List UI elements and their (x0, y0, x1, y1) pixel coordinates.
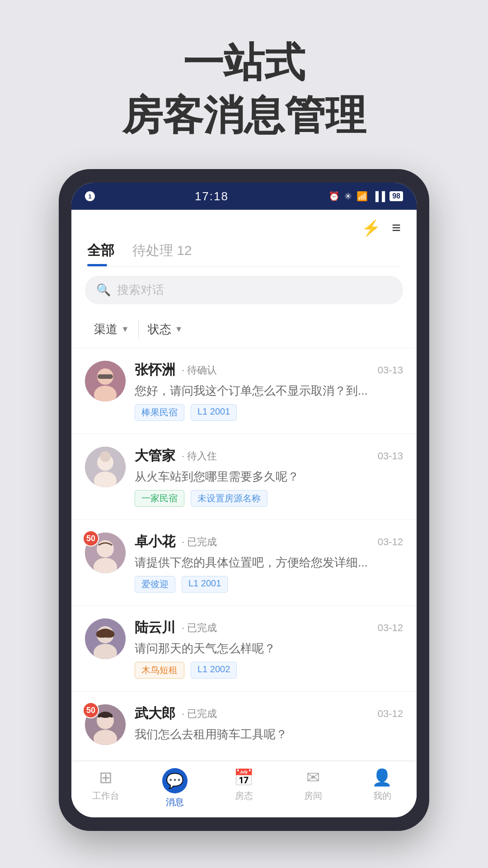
channel-filter-arrow: ▼ (121, 325, 129, 334)
list-item[interactable]: 陆云川 · 已完成 03-12 请问那天的天气怎么样呢？ 木鸟短租 L1 200… (71, 606, 417, 692)
list-item[interactable]: 大管家 · 待入住 03-13 从火车站到您哪里需要多久呢？ 一家民宿 未设置房… (71, 434, 417, 520)
phone-mockup: 1 17:18 ⏰ ✳ 📶 ▐▐ 98 ⚡ ≡ 全部 待处理 1 (59, 169, 429, 831)
message-tags: 木鸟短租 L1 2002 (135, 662, 403, 679)
tag-platform: 一家民宿 (135, 490, 184, 507)
message-content: 陆云川 · 已完成 03-12 请问那天的天气怎么样呢？ 木鸟短租 L1 200… (135, 618, 403, 679)
header-icons: ⚡ ≡ (87, 219, 401, 237)
sender-name: 张怀洲 (135, 361, 175, 379)
hero-title: 一站式 房客消息管理 (27, 36, 461, 142)
search-bar[interactable]: 🔍 搜索对话 (85, 276, 403, 304)
workspace-label: 工作台 (92, 790, 119, 802)
message-header: 陆云川 · 已完成 03-12 (135, 618, 403, 637)
messages-icon: 💬 (166, 772, 184, 789)
tag-room: L1 2002 (191, 662, 237, 679)
msg-date: 03-12 (378, 622, 403, 634)
status-tag: · 已完成 (182, 707, 217, 721)
msg-date: 03-12 (378, 536, 403, 548)
status-left: 1 (85, 191, 95, 201)
unread-badge: 50 (83, 702, 99, 718)
avatar-image (85, 618, 126, 659)
profile-icon: 👤 (372, 768, 392, 787)
sender-info: 卓小花 · 已完成 (135, 533, 217, 551)
message-content: 武大郎 · 已完成 03-12 我们怎么去租用骑车工具呢？ (135, 704, 403, 748)
avatar-image (85, 361, 126, 401)
status-bar: 1 17:18 ⏰ ✳ 📶 ▐▐ 98 (71, 183, 417, 210)
message-list: 张怀洲 · 待确认 03-13 您好，请问我这个订单怎么不显示取消？到... 棒… (71, 348, 417, 761)
tab-divider (87, 266, 401, 267)
channel-filter[interactable]: 渠道 ▼ (85, 318, 138, 341)
sender-name: 大管家 (135, 447, 175, 465)
list-item[interactable]: 50 卓小花 · 已完成 (71, 520, 417, 606)
avatar (85, 361, 126, 401)
message-preview: 请提供下您的具体位置吧，方便给您发详细... (135, 555, 403, 571)
workspace-icon: ⊞ (99, 768, 113, 787)
message-preview: 我们怎么去租用骑车工具呢？ (135, 726, 403, 742)
tab-pending[interactable]: 待处理 12 (132, 241, 192, 266)
tag-platform: 木鸟短租 (135, 662, 184, 679)
roomstatus-label: 房态 (235, 790, 253, 802)
bottom-nav: ⊞ 工作台 💬 消息 📅 房态 ✉ 房间 👤 我的 (71, 761, 417, 817)
avatar-image (85, 447, 126, 487)
message-preview: 您好，请问我这个订单怎么不显示取消？到... (135, 383, 403, 399)
status-time: 17:18 (195, 189, 229, 203)
sender-info: 张怀洲 · 待确认 (135, 361, 217, 379)
search-area: 🔍 搜索对话 (71, 267, 417, 311)
message-content: 张怀洲 · 待确认 03-13 您好，请问我这个订单怎么不显示取消？到... 棒… (135, 361, 403, 421)
search-icon: 🔍 (96, 283, 111, 297)
status-dot: 1 (85, 191, 95, 201)
status-filter-arrow: ▼ (175, 325, 183, 334)
message-content: 大管家 · 待入住 03-13 从火车站到您哪里需要多久呢？ 一家民宿 未设置房… (135, 447, 403, 507)
nav-item-room[interactable]: ✉ 房间 (278, 768, 347, 808)
message-header: 卓小花 · 已完成 03-12 (135, 533, 403, 551)
flash-icon[interactable]: ⚡ (361, 219, 380, 237)
sender-name: 陆云川 (135, 618, 175, 637)
tag-room: 未设置房源名称 (191, 490, 267, 507)
msg-date: 03-12 (378, 708, 403, 720)
bluetooth-icon: ✳ (344, 191, 352, 202)
phone-screen: 1 17:18 ⏰ ✳ 📶 ▐▐ 98 ⚡ ≡ 全部 待处理 1 (71, 183, 417, 817)
messages-label: 消息 (166, 796, 184, 808)
sender-name: 武大郎 (135, 704, 175, 723)
alarm-icon: ⏰ (328, 191, 340, 202)
nav-item-roomstatus[interactable]: 📅 房态 (210, 768, 279, 808)
signal-icon: ▐▐ (372, 191, 385, 202)
msg-date: 03-13 (378, 364, 403, 376)
avatar-wrap (85, 447, 126, 487)
svg-rect-4 (98, 374, 113, 379)
tag-platform: 棒果民宿 (135, 404, 184, 421)
message-tags: 一家民宿 未设置房源名称 (135, 490, 403, 507)
battery-badge: 98 (389, 191, 403, 201)
messages-bubble: 💬 (162, 768, 188, 793)
nav-item-messages[interactable]: 💬 消息 (141, 768, 210, 808)
nav-item-workspace[interactable]: ⊞ 工作台 (71, 768, 141, 808)
filters-bar: 渠道 ▼ 状态 ▼ (71, 311, 417, 348)
message-tags: 爱彼迎 L1 2001 (135, 576, 403, 593)
status-tag: · 已完成 (182, 535, 217, 549)
tag-room: L1 2001 (182, 576, 228, 593)
tag-platform: 爱彼迎 (135, 576, 175, 593)
avatar-wrap (85, 361, 126, 401)
message-tags: 棒果民宿 L1 2001 (135, 404, 403, 421)
room-label: 房间 (304, 790, 322, 802)
svg-point-8 (100, 451, 111, 462)
list-item[interactable]: 50 武大郎 · 已完成 (71, 692, 417, 761)
message-preview: 从火车站到您哪里需要多久呢？ (135, 469, 403, 485)
status-filter[interactable]: 状态 ▼ (139, 318, 192, 341)
avatar (85, 447, 126, 487)
tag-room: L1 2001 (191, 404, 237, 421)
sender-info: 陆云川 · 已完成 (135, 618, 217, 637)
profile-label: 我的 (373, 790, 391, 802)
app-header: ⚡ ≡ 全部 待处理 12 (71, 210, 417, 267)
nav-item-profile[interactable]: 👤 我的 (347, 768, 417, 808)
avatar-wrap (85, 618, 126, 659)
tabs-container: 全部 待处理 12 (87, 241, 401, 266)
menu-icon[interactable]: ≡ (392, 219, 401, 237)
avatar-wrap: 50 (85, 533, 126, 573)
avatar (85, 618, 126, 659)
unread-badge: 50 (83, 530, 99, 547)
tab-all[interactable]: 全部 (87, 241, 114, 266)
status-right: ⏰ ✳ 📶 ▐▐ 98 (328, 191, 403, 202)
sender-info: 武大郎 · 已完成 (135, 704, 217, 723)
list-item[interactable]: 张怀洲 · 待确认 03-13 您好，请问我这个订单怎么不显示取消？到... 棒… (71, 348, 417, 434)
room-icon: ✉ (306, 768, 320, 787)
